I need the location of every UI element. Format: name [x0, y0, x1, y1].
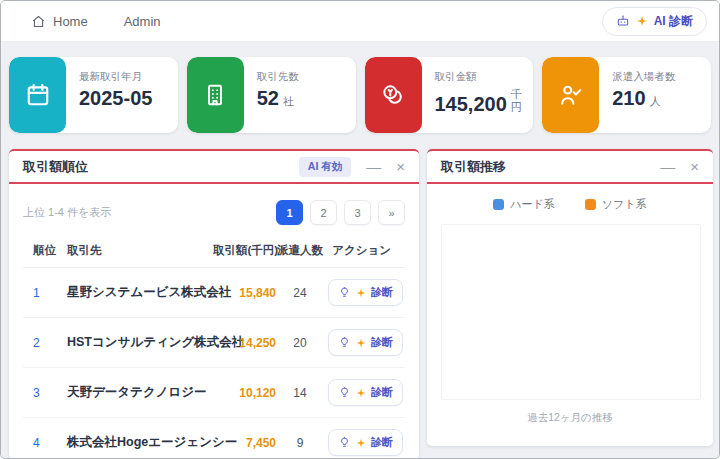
company-cell: HSTコンサルティング株式会社: [67, 334, 213, 351]
ai-diagnosis-label: AI 診断: [654, 13, 693, 30]
calendar-icon: [9, 57, 66, 133]
trend-panel-title: 取引額推移: [441, 158, 506, 176]
col-rank: 順位: [23, 243, 67, 258]
trend-chart-area: [441, 224, 701, 400]
page-button-3[interactable]: 3: [344, 200, 371, 225]
minimize-icon[interactable]: —: [660, 159, 675, 174]
ranking-panel-title: 取引額順位: [23, 158, 88, 176]
stat-card-dispatched-workers: 派遣入場者数 210人: [542, 57, 711, 133]
home-icon: [31, 14, 46, 29]
people-cell: 24: [276, 286, 324, 300]
stat-card-transaction-amount: 取引金額 145,200千円: [365, 57, 534, 133]
col-amount: 取引額(千円): [213, 243, 276, 258]
stat-label: 取引先数: [257, 70, 299, 84]
legend-item-hard: ハード系: [493, 197, 555, 212]
col-client: 取引先: [67, 243, 213, 258]
legend-label: ハード系: [510, 197, 555, 212]
stat-label: 最新取引年月: [79, 70, 156, 84]
trend-panel-header: 取引額推移 — ×: [427, 151, 713, 184]
stat-value: 210人: [612, 88, 675, 109]
trend-panel: 取引額推移 — × ハード系 ソフト系 過去12ヶ月の推移: [427, 149, 713, 446]
robot-icon: [616, 14, 630, 28]
stat-card-latest-month: 最新取引年月 2025-05: [9, 57, 178, 133]
diagnose-label: 診断: [371, 335, 393, 350]
building-icon: [187, 57, 244, 133]
rank-cell: 1: [23, 286, 67, 300]
col-action: アクション: [324, 243, 405, 258]
rank-cell: 4: [23, 436, 67, 450]
diagnose-button[interactable]: 診断: [328, 279, 403, 306]
people-cell: 14: [276, 386, 324, 400]
close-icon[interactable]: ×: [396, 159, 405, 174]
diagnose-button[interactable]: 診断: [328, 329, 403, 356]
sparkle-icon: [356, 438, 366, 448]
amount-cell: 10,120: [213, 386, 276, 400]
minimize-icon[interactable]: —: [366, 159, 381, 174]
legend-item-soft: ソフト系: [585, 197, 647, 212]
chart-footer-text: 過去12ヶ月の推移: [427, 411, 713, 425]
table-header-row: 順位 取引先 取引額(千円) 派遣人数 アクション: [23, 235, 405, 268]
sparkle-icon: [356, 338, 366, 348]
table-row: 3 天野データテクノロジー 10,120 14 診断: [23, 368, 405, 418]
top-navbar: Home Admin AI 診断: [1, 1, 719, 42]
rank-cell: 2: [23, 336, 67, 350]
table-row: 2 HSTコンサルティング株式会社 14,250 20 診断: [23, 318, 405, 368]
nav-admin-label: Admin: [124, 14, 161, 29]
diagnose-label: 診断: [371, 435, 393, 450]
person-check-icon: [542, 57, 599, 133]
amount-cell: 15,840: [213, 286, 276, 300]
lightbulb-icon: [338, 336, 351, 349]
stat-unit: 社: [283, 95, 294, 108]
coins-icon: [365, 57, 422, 133]
stat-value: 52社: [257, 88, 299, 109]
legend-label: ソフト系: [602, 197, 647, 212]
table-row: 1 星野システムービス株式会社 15,840 24 診断: [23, 268, 405, 318]
stat-card-client-count: 取引先数 52社: [187, 57, 356, 133]
chart-legend: ハード系 ソフト系: [427, 197, 713, 212]
lightbulb-icon: [338, 286, 351, 299]
company-cell: 株式会社Hogeエージェンシー: [67, 434, 213, 451]
nav-home[interactable]: Home: [31, 14, 88, 29]
legend-swatch-hard: [493, 199, 504, 210]
lightbulb-icon: [338, 386, 351, 399]
diagnose-label: 診断: [371, 385, 393, 400]
lightbulb-icon: [338, 436, 351, 449]
stat-unit: 千円: [511, 88, 525, 113]
sparkle-icon: [356, 388, 366, 398]
page-button-1[interactable]: 1: [276, 200, 303, 225]
stat-label: 取引金額: [435, 70, 525, 84]
table-row: 4 株式会社Hogeエージェンシー 7,450 9 診断: [23, 418, 405, 459]
company-cell: 天野データテクノロジー: [67, 384, 213, 401]
ranking-table: 順位 取引先 取引額(千円) 派遣人数 アクション 1 星野システムービス株式会…: [23, 235, 405, 459]
page-button-next[interactable]: »: [378, 200, 405, 225]
diagnose-label: 診断: [371, 285, 393, 300]
ai-diagnosis-button[interactable]: AI 診断: [602, 7, 707, 36]
rank-cell: 3: [23, 386, 67, 400]
legend-swatch-soft: [585, 199, 596, 210]
sparkle-icon: [636, 15, 648, 27]
sparkle-icon: [356, 288, 366, 298]
stat-label: 派遣入場者数: [612, 70, 675, 84]
stat-value: 145,200千円: [435, 88, 525, 115]
ranking-panel: 取引額順位 AI 有効 — × 上位 1-4 件を表示 1 2 3 » 順位 取…: [9, 149, 419, 459]
company-cell: 星野システムービス株式会社: [67, 284, 213, 301]
stat-value: 2025-05: [79, 88, 156, 109]
amount-cell: 14,250: [213, 336, 276, 350]
ranking-panel-header: 取引額順位 AI 有効 — ×: [9, 151, 419, 184]
stat-unit: 人: [650, 95, 661, 108]
pagination: 1 2 3 »: [276, 200, 405, 225]
diagnose-button[interactable]: 診断: [328, 379, 403, 406]
nav-admin[interactable]: Admin: [124, 14, 161, 29]
stat-cards-row: 最新取引年月 2025-05 取引先数 52社 取引金額 145,200千円 派…: [9, 57, 711, 133]
col-people: 派遣人数: [276, 243, 324, 258]
people-cell: 9: [276, 436, 324, 450]
page-button-2[interactable]: 2: [310, 200, 337, 225]
close-icon[interactable]: ×: [690, 159, 699, 174]
amount-cell: 7,450: [213, 436, 276, 450]
diagnose-button[interactable]: 診断: [328, 429, 403, 456]
nav-home-label: Home: [53, 14, 88, 29]
ai-enabled-badge: AI 有効: [299, 157, 351, 177]
people-cell: 20: [276, 336, 324, 350]
showing-count-text: 上位 1-4 件を表示: [23, 205, 111, 220]
